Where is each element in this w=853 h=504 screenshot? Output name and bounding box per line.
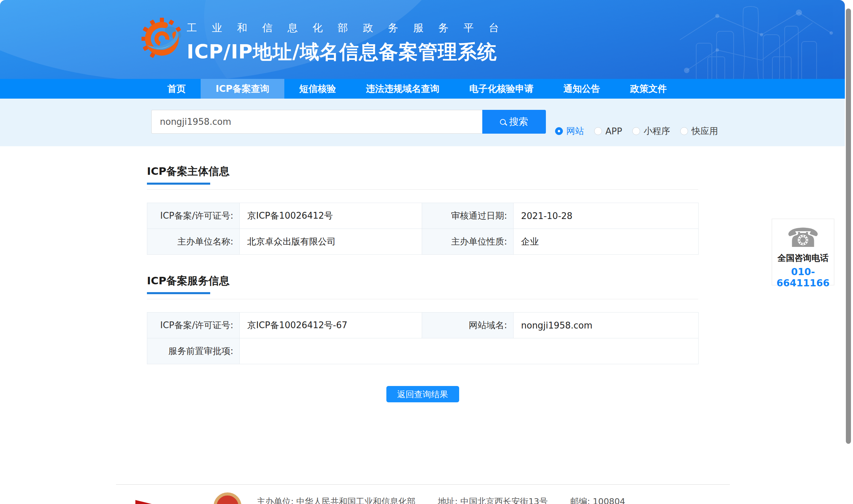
service-license-label: ICP备案/许可证号: [147, 313, 240, 338]
organizer-nature-label: 主办单位性质: [422, 229, 514, 255]
telephone-icon: ☎ [772, 224, 834, 251]
license-number-label: ICP备案/许可证号: [147, 203, 240, 229]
search-icon [500, 119, 506, 125]
approval-date-value: 2021-10-28 [514, 203, 699, 229]
national-emblem-icon [214, 492, 241, 504]
nav-item-illegal-domain-query[interactable]: 违法违规域名查询 [351, 79, 454, 99]
table-row: 服务前置审批项: [147, 338, 699, 364]
page-title: ICP/IP地址/域名信息备案管理系统 [187, 39, 514, 65]
city-skyline-graphic [676, 2, 836, 79]
radio-mini-program[interactable]: 小程序 [632, 125, 670, 137]
search-input[interactable] [151, 110, 482, 134]
radio-quick-app[interactable]: 快应用 [680, 125, 718, 137]
nav-item-sms-verify[interactable]: 短信核验 [284, 79, 351, 99]
service-section-title: ICP备案服务信息 [147, 274, 698, 288]
domain-label: 网站域名: [422, 313, 514, 338]
radio-unselected-icon [594, 127, 602, 135]
page-container: 工业和信息化部政务服务平台 ICP/IP地址/域名信息备案管理系统 首页 ICP… [0, 0, 845, 504]
license-number-value: 京ICP备10026412号 [240, 203, 422, 229]
footer-address: 地址: 中国北京西长安街13号 [438, 497, 548, 504]
organizer-name-label: 主办单位名称: [147, 229, 240, 255]
radio-selected-icon [555, 127, 563, 135]
approval-date-label: 审核通过日期: [422, 203, 514, 229]
organizer-nature-value: 企业 [514, 229, 699, 255]
table-row: ICP备案/许可证号: 京ICP备10026412号 审核通过日期: 2021-… [147, 203, 699, 229]
subject-section-rule [147, 189, 698, 190]
table-row: ICP备案/许可证号: 京ICP备10026412号-67 网站域名: nong… [147, 313, 699, 338]
domain-value: nongji1958.com [514, 313, 699, 338]
organizer-name-value: 北京卓众出版有限公司 [240, 229, 422, 255]
radio-app[interactable]: APP [594, 126, 622, 136]
consult-phone-card: ☎ 全国咨询电话 010-66411166 [772, 219, 834, 285]
footer-divider [116, 484, 730, 485]
service-license-value: 京ICP备10026412号-67 [240, 313, 422, 338]
phone-number[interactable]: 010-66411166 [772, 266, 834, 289]
pre-approval-value [240, 338, 699, 364]
subject-section-title: ICP备案主体信息 [147, 164, 698, 179]
service-info-table: ICP备案/许可证号: 京ICP备10026412号-67 网站域名: nong… [147, 312, 699, 364]
flag-icon [135, 497, 159, 504]
nav-item-policy-files[interactable]: 政策文件 [615, 79, 682, 99]
header-titles: 工业和信息化部政务服务平台 ICP/IP地址/域名信息备案管理系统 [187, 21, 514, 65]
footer: 主办单位: 中华人民共和国工业和信息化部 地址: 中国北京西长安街13号 邮编:… [0, 484, 845, 504]
footer-info: 主办单位: 中华人民共和国工业和信息化部 地址: 中国北京西长安街13号 邮编:… [257, 496, 645, 504]
nav-item-notices[interactable]: 通知公告 [549, 79, 615, 99]
back-to-results-button[interactable]: 返回查询结果 [386, 386, 459, 402]
nav-item-home[interactable]: 首页 [152, 79, 201, 99]
radio-unselected-icon [680, 127, 688, 135]
main-nav: 首页 ICP备案查询 短信核验 违法违规域名查询 电子化核验申请 通知公告 政策… [0, 79, 845, 99]
subject-title-underline [147, 183, 210, 185]
radio-website[interactable]: 网站 [555, 125, 584, 137]
nav-item-e-verification[interactable]: 电子化核验申请 [454, 79, 549, 99]
search-type-radio-group: 网站 APP 小程序 快应用 [555, 125, 718, 137]
miit-gear-logo [141, 18, 182, 58]
platform-subtitle: 工业和信息化部政务服务平台 [187, 21, 514, 35]
phone-card-label: 全国咨询电话 [772, 252, 834, 264]
radio-unselected-icon [632, 127, 640, 135]
subject-info-table: ICP备案/许可证号: 京ICP备10026412号 审核通过日期: 2021-… [147, 203, 699, 255]
header-banner: 工业和信息化部政务服务平台 ICP/IP地址/域名信息备案管理系统 [0, 0, 845, 79]
table-row: 主办单位名称: 北京卓众出版有限公司 主办单位性质: 企业 [147, 229, 699, 255]
scrollbar-thumb[interactable] [846, 9, 851, 444]
service-title-underline [147, 292, 210, 294]
search-button[interactable]: 搜索 [482, 110, 546, 134]
search-section: 搜索 网站 APP 小程序 快应用 [0, 99, 845, 146]
pre-approval-label: 服务前置审批项: [147, 338, 240, 364]
footer-host: 主办单位: 中华人民共和国工业和信息化部 [257, 497, 415, 504]
footer-zip: 邮编: 100804 [570, 497, 625, 504]
nav-item-icp-query[interactable]: ICP备案查询 [201, 79, 284, 99]
main-content: ICP备案主体信息 ICP备案/许可证号: 京ICP备10026412号 审核通… [0, 164, 845, 402]
service-section-rule [147, 299, 698, 299]
search-button-label: 搜索 [509, 115, 528, 128]
